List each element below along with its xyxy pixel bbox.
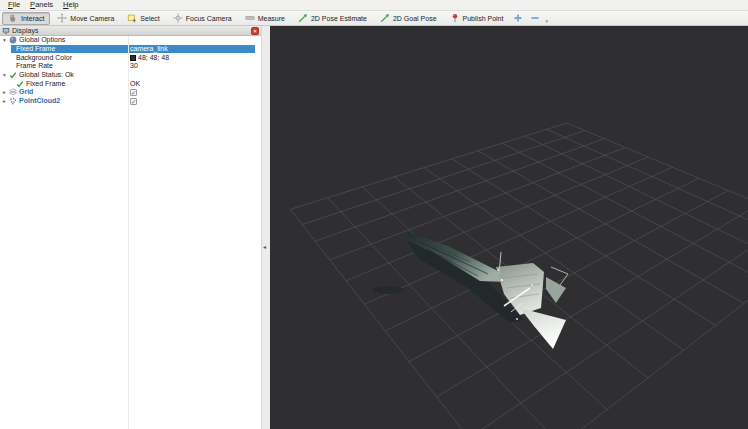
property-name: Fixed Frame — [26, 80, 65, 88]
3d-scene — [270, 26, 748, 429]
hand-icon — [8, 13, 18, 23]
tool-2d-goal-pose[interactable]: 2D Goal Pose — [374, 12, 443, 25]
check-icon — [9, 71, 17, 79]
panel-close-button[interactable]: × — [251, 27, 259, 35]
panel-splitter[interactable]: ◂ — [262, 26, 270, 429]
property-name: Fixed Frame — [16, 45, 55, 53]
3d-viewport[interactable] — [270, 26, 748, 429]
tool-focus-camera[interactable]: Focus Camera — [167, 12, 238, 25]
displays-tree: ▾ Global Options Fixed Frame camera_link… — [0, 36, 261, 106]
panel-title: Displays — [12, 26, 249, 36]
main-area: Displays × ▾ Global Options Fixed Frame … — [0, 26, 748, 429]
property-column-divider[interactable] — [128, 36, 129, 429]
remove-tool-button[interactable] — [527, 12, 543, 25]
property-name: Background Color — [16, 54, 72, 62]
minus-icon — [530, 13, 540, 23]
toolbar: Interact Move Camera Select Focus Camera… — [0, 11, 748, 26]
property-name: Frame Rate — [16, 62, 53, 70]
tool-label: Measure — [258, 15, 285, 22]
plus-icon — [513, 13, 523, 23]
tool-label: Select — [140, 15, 159, 22]
displays-panel-icon — [2, 27, 10, 35]
tool-measure[interactable]: Measure — [239, 12, 291, 25]
tool-interact[interactable]: Interact — [2, 12, 50, 25]
tool-publish-point[interactable]: Publish Point — [444, 12, 510, 25]
tool-2d-pose-estimate[interactable]: 2D Pose Estimate — [292, 12, 373, 25]
add-tool-button[interactable] — [510, 12, 526, 25]
property-name: Global Status: Ok — [19, 71, 74, 79]
toolbar-overflow-icon[interactable]: ▾ — [545, 18, 548, 25]
tool-label: Move Camera — [70, 15, 114, 22]
green-arrow-icon — [298, 13, 308, 23]
pin-icon — [450, 13, 460, 23]
select-icon — [127, 13, 137, 23]
tool-move-camera[interactable]: Move Camera — [51, 12, 120, 25]
expander-icon[interactable]: ▸ — [0, 88, 9, 96]
menu-file[interactable]: File — [3, 0, 25, 10]
property-value[interactable]: camera_link — [130, 45, 168, 53]
tool-label: Interact — [21, 15, 44, 22]
property-value[interactable]: OK — [130, 80, 140, 88]
focus-icon — [173, 13, 183, 23]
property-value[interactable]: 30 — [130, 62, 138, 70]
splitter-collapse-icon[interactable]: ◂ — [263, 244, 266, 250]
displays-panel-header[interactable]: Displays × — [0, 26, 261, 36]
check-icon — [16, 80, 24, 88]
globe-icon — [9, 36, 17, 44]
tool-label: Publish Point — [463, 15, 504, 22]
cloud-icon — [9, 97, 17, 105]
color-swatch — [130, 55, 136, 61]
move-icon — [57, 13, 67, 23]
grid-icon — [9, 88, 17, 96]
property-name: PointCloud2 — [19, 97, 60, 105]
menu-help[interactable]: Help — [58, 0, 83, 10]
tool-label: Focus Camera — [186, 15, 232, 22]
green-arrow-icon — [380, 13, 390, 23]
displays-panel: Displays × ▾ Global Options Fixed Frame … — [0, 26, 262, 429]
expander-icon[interactable]: ▾ — [0, 71, 9, 79]
measure-icon — [245, 13, 255, 23]
expander-icon[interactable]: ▸ — [0, 97, 9, 105]
tool-select[interactable]: Select — [121, 12, 165, 25]
menu-bar: FilePanelsHelp — [0, 0, 748, 11]
property-name: Global Options — [19, 36, 65, 44]
visibility-checkbox[interactable]: ✓ — [130, 98, 137, 105]
visibility-checkbox[interactable]: ✓ — [130, 89, 137, 96]
tool-label: 2D Pose Estimate — [311, 15, 367, 22]
property-value[interactable]: 48; 48; 48 — [138, 54, 169, 62]
tool-label: 2D Goal Pose — [393, 15, 437, 22]
pointcloud-render — [372, 232, 568, 349]
expander-icon[interactable]: ▾ — [0, 36, 9, 44]
menu-panels[interactable]: Panels — [25, 0, 58, 10]
property-name: Grid — [19, 88, 33, 96]
